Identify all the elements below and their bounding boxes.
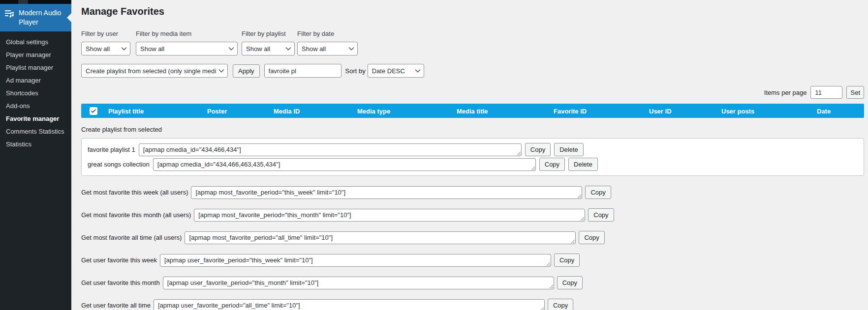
shortcode-row: Get user favorite this week [apmap user_… <box>81 254 864 267</box>
main-content: Manage Favorites Filter by user Show all… <box>71 0 868 310</box>
sidebar-item-add-ons[interactable]: Add-ons <box>0 100 71 113</box>
select-all-checkbox[interactable] <box>90 107 97 115</box>
filter-by-playlist: Filter by playlist Show all <box>242 30 295 56</box>
shortcode-row: Get most favorite this week (all users) … <box>81 186 864 199</box>
shortcode-row: Get most favorite this month (all users)… <box>81 208 864 222</box>
sidebar-app-header[interactable]: Modern Audio Player <box>0 4 71 31</box>
copy-button[interactable]: Copy <box>585 186 611 199</box>
delete-button[interactable]: Delete <box>568 158 598 171</box>
copy-button[interactable]: Copy <box>548 299 573 310</box>
shortcode-label: Get most favorite this month (all users) <box>81 211 191 219</box>
filter-by-media-item: Filter by media item Show all <box>136 30 238 56</box>
sidebar: Modern Audio Player Global settings Play… <box>0 0 71 310</box>
sidebar-item-favorite-manager[interactable]: Favorite manager <box>0 113 71 125</box>
filter-by-user: Filter by user Show all <box>81 30 130 56</box>
sort-by-label: Sort by <box>345 67 366 75</box>
page-title: Manage Favorites <box>81 6 864 17</box>
filter-by-date-select[interactable]: Show all <box>297 42 358 56</box>
app-title: Modern Audio Player <box>19 8 64 27</box>
favorite-shortcodes-list: Get most favorite this week (all users) … <box>81 186 864 310</box>
created-playlists-box: favorite playlist 1 [apmap cmedia_id="43… <box>81 138 864 176</box>
copy-button[interactable]: Copy <box>588 208 614 222</box>
column-header-user-posts: User posts <box>721 107 754 114</box>
sidebar-item-comments-statistics[interactable]: Comments Statistics <box>0 125 71 138</box>
column-header-user-id: User ID <box>649 107 672 114</box>
shortcode-label: Get user favorite all time <box>81 302 151 309</box>
bulk-actions-row: Create playlist from selected (only sing… <box>81 64 864 78</box>
filter-by-user-select[interactable]: Show all <box>81 42 130 56</box>
shortcode-label: Get most favorite all time (all users) <box>81 234 182 241</box>
audio-player-icon <box>4 9 14 20</box>
table-header: Playlist title Poster Media ID Media typ… <box>81 104 864 118</box>
filter-by-date-label: Filter by date <box>297 30 358 37</box>
column-header-playlist-title: Playlist title <box>108 107 144 114</box>
shortcode-textarea[interactable]: [apmap most_favorite_period="all_time" l… <box>185 231 576 244</box>
shortcode-label: Get user favorite this month <box>81 279 160 286</box>
playlist-shortcode-textarea[interactable]: [apmap cmedia_id="434,466,463,435,434"] <box>153 158 536 171</box>
playlist-row: great songs collection [apmap cmedia_id=… <box>88 158 858 171</box>
sidebar-item-statistics[interactable]: Statistics <box>0 138 71 151</box>
active-menu-arrow-icon <box>67 13 71 22</box>
page: Modern Audio Player Global settings Play… <box>0 0 868 310</box>
sidebar-item-playlist-manager[interactable]: Playlist manager <box>0 61 71 74</box>
new-playlist-name-input[interactable] <box>264 64 341 78</box>
copy-button[interactable]: Copy <box>525 143 551 156</box>
items-per-page-label: Items per page <box>764 89 807 96</box>
copy-button[interactable]: Copy <box>554 254 580 267</box>
apply-button[interactable]: Apply <box>233 64 260 78</box>
shortcode-textarea[interactable]: [apmap most_favorite_period="this_week" … <box>191 186 582 199</box>
checkmark-icon <box>91 108 96 114</box>
sidebar-item-shortcodes[interactable]: Shortcodes <box>0 87 71 100</box>
shortcode-textarea[interactable]: [apmap user_favorite_period="this_week" … <box>160 254 551 267</box>
set-button[interactable]: Set <box>846 86 864 99</box>
filter-by-playlist-label: Filter by playlist <box>242 30 295 37</box>
filter-by-date: Filter by date Show all <box>297 30 358 56</box>
filter-by-user-label: Filter by user <box>81 30 130 37</box>
playlist-shortcode-textarea[interactable]: [apmap cmedia_id="434,466,434"] <box>139 143 522 156</box>
sort-by-select[interactable]: Date DESC <box>368 64 424 78</box>
filter-by-playlist-select[interactable]: Show all <box>242 42 295 56</box>
sidebar-top-strip <box>0 0 71 4</box>
filter-by-media-item-label: Filter by media item <box>136 30 238 37</box>
playlist-name: great songs collection <box>88 161 150 168</box>
shortcode-label: Get user favorite this week <box>81 256 157 264</box>
column-header-favorite-id: Favorite ID <box>554 107 587 114</box>
column-header-media-title: Media title <box>457 107 488 114</box>
bulk-action-select[interactable]: Create playlist from selected (only sing… <box>81 64 228 78</box>
column-header-date: Date <box>817 107 831 114</box>
filter-by-media-item-select[interactable]: Show all <box>136 42 238 56</box>
playlist-name: favorite playlist 1 <box>88 146 135 153</box>
sidebar-menu: Global settings Player manager Playlist … <box>0 31 71 151</box>
copy-button[interactable]: Copy <box>557 276 583 289</box>
column-header-poster: Poster <box>207 107 227 114</box>
column-header-media-type: Media type <box>357 107 390 114</box>
collapsed-admin-bar-block <box>18 0 28 4</box>
items-per-page-input[interactable] <box>810 86 842 99</box>
create-playlist-heading: Create playlist from selected <box>81 126 864 133</box>
playlist-row: favorite playlist 1 [apmap cmedia_id="43… <box>88 143 858 156</box>
delete-button[interactable]: Delete <box>554 143 584 156</box>
shortcode-textarea[interactable]: [apmap most_favorite_period="this_month"… <box>194 209 585 222</box>
shortcode-row: Get most favorite all time (all users) [… <box>81 231 864 244</box>
shortcode-label: Get most favorite this week (all users) <box>81 189 188 196</box>
shortcode-textarea[interactable]: [apmap user_favorite_period="this_month"… <box>163 277 554 289</box>
copy-button[interactable]: Copy <box>579 231 604 244</box>
sidebar-item-global-settings[interactable]: Global settings <box>0 36 71 49</box>
column-header-media-id: Media ID <box>274 107 300 114</box>
filters-row: Filter by user Show all Filter by media … <box>81 30 864 56</box>
sidebar-item-ad-manager[interactable]: Ad manager <box>0 74 71 87</box>
copy-button[interactable]: Copy <box>539 158 565 171</box>
shortcode-textarea[interactable]: [apmap user_favorite_period="all_time" l… <box>154 299 545 310</box>
shortcode-row: Get user favorite this month [apmap user… <box>81 276 864 289</box>
sidebar-item-player-manager[interactable]: Player manager <box>0 49 71 61</box>
shortcode-row: Get user favorite all time [apmap user_f… <box>81 299 864 310</box>
items-per-page-row: Items per page Set <box>81 86 864 99</box>
